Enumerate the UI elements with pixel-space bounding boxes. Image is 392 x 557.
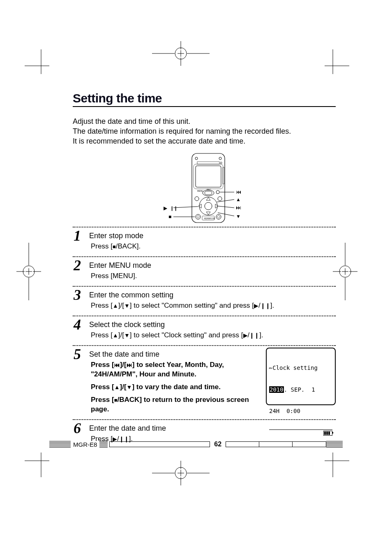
lcd-time: 24H 0:00 xyxy=(269,408,332,415)
svg-point-25 xyxy=(339,266,351,277)
crop-corner-br xyxy=(325,453,349,477)
intro-line: It is recommended to set the accurate da… xyxy=(73,137,336,146)
svg-point-11 xyxy=(175,467,187,479)
step-3: 3 Enter the common setting Press [▲]/[▼]… xyxy=(73,286,336,316)
step-2: 2 Enter MENU mode Press [MENU]. xyxy=(73,256,336,286)
svg-rect-39 xyxy=(197,162,219,164)
footer-rule-left xyxy=(109,441,210,447)
step-1: 1 Enter stop mode Press [■/BACK]. xyxy=(73,227,336,256)
svg-point-53 xyxy=(196,214,201,219)
svg-point-54 xyxy=(197,216,199,218)
section-title: Setting the time xyxy=(73,91,336,107)
svg-line-63 xyxy=(218,206,234,208)
svg-line-64 xyxy=(218,213,234,216)
crop-mark-top xyxy=(152,41,210,66)
pause-icon: ❙❙ xyxy=(170,206,178,211)
device-illustration: MENU REC KENWOOD ■ ▶ ❙ xyxy=(145,151,264,225)
manual-page: Setting the time Adjust the date and tim… xyxy=(0,0,392,557)
crop-mark-bottom xyxy=(152,461,210,485)
step-title: Enter the common setting xyxy=(89,291,336,299)
stop-icon: ■ xyxy=(168,214,171,220)
svg-point-44 xyxy=(203,190,214,196)
svg-point-40 xyxy=(220,162,222,164)
step-body: Press [■/BACK] to return to the previous… xyxy=(91,395,259,414)
crop-mark-right xyxy=(333,243,357,300)
step-body: Press [▲]/[▼] to select "Clock setting" … xyxy=(91,331,336,340)
footer-model: MGR-E8 xyxy=(73,441,97,448)
svg-rect-41 xyxy=(196,166,221,187)
svg-rect-45 xyxy=(205,191,212,195)
svg-point-18 xyxy=(23,266,35,277)
svg-text:REC: REC xyxy=(207,188,211,191)
step-title: Select the clock setting xyxy=(89,320,336,329)
page-footer: MGR-E8 62 xyxy=(49,439,343,449)
prev-icon: ⏮ xyxy=(236,189,241,195)
svg-point-51 xyxy=(195,197,199,201)
step-body: Press [⏮]/[⏭] to select Year, Month, Day… xyxy=(91,360,259,379)
step-title: Set the date and time xyxy=(89,350,259,359)
intro-line: The date/time information is required fo… xyxy=(73,127,336,137)
step-4: 4 Select the clock setting Press [▲]/[▼]… xyxy=(73,316,336,345)
footer-rule-right xyxy=(226,441,326,447)
lcd-date-rest: . SEP. 1 xyxy=(284,386,315,393)
step-title: Enter stop mode xyxy=(89,232,336,240)
svg-point-38 xyxy=(219,157,221,160)
play-icon: ▶ xyxy=(164,205,168,211)
lcd-screenshot: ✎Clock setting 2010. SEP. 1 24H 0:00 xyxy=(266,348,336,405)
svg-rect-43 xyxy=(223,167,224,184)
step-title: Enter the date and time xyxy=(89,424,336,433)
step-number: 3 xyxy=(74,288,81,302)
svg-rect-42 xyxy=(194,164,223,189)
next-icon: ⏭ xyxy=(236,204,241,211)
down-icon: ▼ xyxy=(236,214,241,219)
footer-ornament xyxy=(326,441,343,448)
svg-point-50 xyxy=(205,202,212,210)
svg-rect-36 xyxy=(192,153,225,223)
intro-line: Adjust the date and time of this unit. xyxy=(73,117,336,127)
step-body: Press [MENU]. xyxy=(91,272,336,281)
crop-corner-bl xyxy=(25,453,49,477)
intro-paragraph: Adjust the date and time of this unit. T… xyxy=(73,117,336,146)
step-5: 5 Set the date and time Press [⏮]/[⏭] to… xyxy=(73,345,336,419)
svg-point-55 xyxy=(216,214,221,219)
svg-point-37 xyxy=(195,157,198,160)
up-icon: ▲ xyxy=(236,197,241,202)
svg-point-49 xyxy=(199,197,217,215)
svg-point-48 xyxy=(216,190,219,194)
step-body: Press [▲]/[▼] to vary the date and time. xyxy=(91,383,259,392)
footer-ornament xyxy=(49,441,71,448)
crop-corner-tl xyxy=(25,49,49,74)
step-number: 5 xyxy=(74,347,81,362)
lcd-year: 2010 xyxy=(269,386,284,393)
svg-point-56 xyxy=(217,216,220,218)
step-body: Press [▲]/[▼] to select "Common setting"… xyxy=(91,301,336,311)
svg-point-52 xyxy=(218,197,222,201)
step-number: 2 xyxy=(74,258,81,273)
footer-ornament xyxy=(99,441,108,448)
page-number: 62 xyxy=(210,441,226,448)
step-body: Press [■/BACK]. xyxy=(91,242,336,251)
svg-text:MENU: MENU xyxy=(197,190,203,192)
step-number: 4 xyxy=(74,317,81,332)
svg-point-4 xyxy=(175,48,187,59)
svg-text:KENWOOD: KENWOOD xyxy=(204,217,215,220)
step-title: Enter MENU mode xyxy=(89,261,336,270)
crop-mark-left xyxy=(16,243,41,300)
step-number: 6 xyxy=(74,421,81,436)
crop-corner-tr xyxy=(325,49,349,74)
step-number: 1 xyxy=(74,228,81,243)
lcd-header: Clock setting xyxy=(272,364,318,371)
